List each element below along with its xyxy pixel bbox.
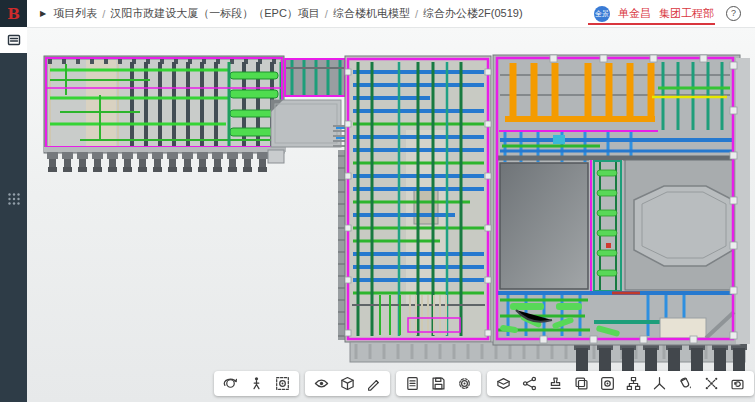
model-right-block: [493, 55, 750, 345]
save-icon: [431, 376, 446, 391]
settings-gear-icon: [457, 376, 472, 391]
header-user-area: 全景 单金昌 集团工程部 ?: [594, 0, 741, 27]
model-box-button[interactable]: [494, 375, 513, 392]
toolbar-group-file: [396, 371, 481, 396]
model-bottom-slab: [350, 342, 747, 372]
left-sidebar: B: [0, 0, 27, 402]
reset-view-icon: [730, 376, 745, 391]
copy-icon: [574, 376, 589, 391]
breadcrumb-separator: /: [415, 8, 418, 20]
model-right-opening: [625, 160, 734, 290]
view-eye-icon: [314, 376, 329, 391]
user-underline: [588, 23, 715, 25]
viewer-toolbar: [214, 371, 754, 396]
explode-button[interactable]: [702, 375, 721, 392]
top-header: ▶ 项目列表 / 汉阳市政建设大厦（一标段）（EPC）项目 / 综合楼机电模型 …: [0, 0, 755, 28]
focus-frame-button[interactable]: [598, 375, 617, 392]
document-button[interactable]: [403, 375, 422, 392]
focus-frame-icon: [600, 376, 615, 391]
box-3d-icon: [340, 376, 355, 391]
region-settings-icon: [275, 376, 290, 391]
save-button[interactable]: [429, 375, 448, 392]
box-3d-button[interactable]: [338, 375, 357, 392]
reset-view-button[interactable]: [728, 375, 747, 392]
toolbar-group-tools: [487, 371, 754, 396]
help-icon[interactable]: ?: [726, 6, 741, 21]
explode-icon: [704, 376, 719, 391]
toolbar-group-navigation: [214, 371, 299, 396]
model-canvas[interactable]: [0, 0, 755, 402]
breadcrumb-item-project[interactable]: 汉阳市政建设大厦（一标段）（EPC）项目: [110, 6, 320, 21]
model-left-wing: [44, 56, 286, 172]
model-middle-strip: [338, 56, 491, 342]
breadcrumb-separator: /: [102, 8, 105, 20]
breadcrumb-item-model[interactable]: 综合楼机电模型: [333, 6, 410, 21]
model-left-opening: [500, 163, 588, 289]
toolbar-group-view: [305, 371, 390, 396]
paint-bucket-button[interactable]: [676, 375, 695, 392]
panorama-badge[interactable]: 全景: [594, 6, 610, 22]
orbit-rotate-icon: [223, 376, 238, 391]
copy-button[interactable]: [572, 375, 591, 392]
hierarchy-tree-icon: [626, 376, 641, 391]
sidebar-item-apps[interactable]: [0, 186, 27, 212]
breadcrumb-item-projects[interactable]: 项目列表: [53, 6, 97, 21]
hierarchy-tree-button[interactable]: [624, 375, 643, 392]
region-settings-button[interactable]: [273, 375, 292, 392]
document-icon: [405, 376, 420, 391]
breadcrumb: ▶ 项目列表 / 汉阳市政建设大厦（一标段）（EPC）项目 / 综合楼机电模型 …: [40, 6, 523, 21]
measure-pencil-button[interactable]: [364, 375, 383, 392]
model-box-icon: [496, 376, 511, 391]
walk-mode-button[interactable]: [247, 375, 266, 392]
axes-icon: [652, 376, 667, 391]
view-eye-button[interactable]: [312, 375, 331, 392]
user-department-link[interactable]: 集团工程部: [659, 6, 714, 21]
axes-button[interactable]: [650, 375, 669, 392]
model-stair-block: [271, 100, 345, 147]
measure-pencil-icon: [366, 376, 381, 391]
user-name-link[interactable]: 单金昌: [618, 6, 651, 21]
walk-mode-icon: [249, 376, 264, 391]
stamp-button[interactable]: [546, 375, 565, 392]
bim-viewer-app: ▶ 项目列表 / 汉阳市政建设大厦（一标段）（EPC）项目 / 综合楼机电模型 …: [0, 0, 755, 402]
app-logo[interactable]: B: [0, 0, 27, 27]
breadcrumb-item-floor[interactable]: 综合办公楼2F(0519): [423, 6, 523, 21]
apps-grid-icon: [6, 191, 22, 207]
model-riser-strip: [589, 160, 623, 292]
project-model-icon: [6, 32, 22, 48]
share-button[interactable]: [520, 375, 539, 392]
share-icon: [522, 376, 537, 391]
orbit-rotate-button[interactable]: [221, 375, 240, 392]
stamp-icon: [548, 376, 563, 391]
breadcrumb-arrow-icon: ▶: [40, 9, 46, 18]
model-connector-corridor: [284, 58, 345, 97]
breadcrumb-separator: /: [325, 8, 328, 20]
sidebar-item-project-model[interactable]: [0, 27, 27, 53]
paint-bucket-icon: [678, 376, 693, 391]
settings-gear-button[interactable]: [455, 375, 474, 392]
